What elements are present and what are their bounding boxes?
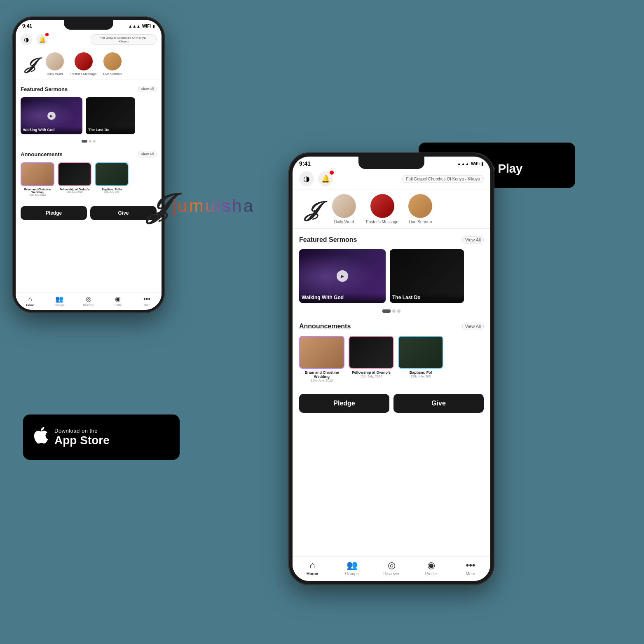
- nav-profile-2[interactable]: ◉ Profile: [411, 560, 451, 576]
- theme-toggle-2[interactable]: ◑: [299, 171, 314, 186]
- qa-daily-avatar-2: [332, 194, 356, 218]
- signal-icon-1: ▲▲▲: [128, 24, 141, 28]
- announcements-title-2: Announcements: [299, 323, 351, 330]
- status-icons-1: ▲▲▲ WiFi ▮: [128, 24, 155, 28]
- qa-live-label-1: Live Sermon: [103, 72, 122, 76]
- sermon-thumb-1-2: The Last Do: [86, 97, 135, 134]
- profile-icon-1: ◉: [103, 295, 132, 303]
- theme-toggle-1[interactable]: ◑: [21, 34, 32, 45]
- sermons-row-1: ▶ Walking With God The Last Do: [16, 95, 162, 138]
- phone-screen-2: 9:41 ▲▲▲ WiFi ▮ ◑ 🔔 Full Gospel Churches…: [293, 157, 490, 581]
- sermon-overlay-1-2: The Last Do: [86, 126, 135, 134]
- brand-name: jumuisha: [172, 196, 255, 216]
- ann-date-2-2: 12th July, 2022: [349, 375, 394, 378]
- wifi-icon-1: WiFi: [142, 24, 151, 28]
- as-store-name: App Store: [54, 434, 110, 447]
- ann-thumb-1-1: [21, 162, 54, 186]
- ann-card-2-3[interactable]: Baptism: Fol 12th July, 202: [398, 336, 443, 382]
- church-name-1: Full Gospel Churches Of Kenya - Kikuyu: [91, 34, 157, 45]
- qa-pastor-1[interactable]: Pastor's Message: [70, 52, 96, 76]
- notification-bell-1[interactable]: 🔔: [36, 34, 48, 45]
- sermon-card-1-2[interactable]: The Last Do: [86, 97, 135, 134]
- nav-discover-2[interactable]: ◎ Discover: [372, 560, 411, 576]
- ann-card-1-2[interactable]: Fellowship at Owino's 12th July, 2022: [58, 162, 91, 196]
- sermon-card-1-1[interactable]: ▶ Walking With God: [21, 97, 82, 134]
- qa-daily-1[interactable]: Daily Word: [46, 52, 64, 76]
- ann-date-2-1: 12th July, 2022: [299, 379, 344, 382]
- nav-discover-label-2: Discover: [372, 571, 411, 576]
- qa-daily-avatar-1: [46, 52, 64, 70]
- quick-actions-2: Daily Word Pastor's Message Live Sermon: [332, 194, 432, 224]
- qa-live-2[interactable]: Live Sermon: [408, 194, 432, 224]
- pagination-1: [16, 138, 162, 145]
- nav-groups-2[interactable]: 👥 Groups: [332, 560, 372, 576]
- play-button-2-1[interactable]: ▶: [337, 270, 348, 282]
- sermon-overlay-1-1: Walking With God: [21, 126, 82, 134]
- nav-profile-label-2: Profile: [411, 571, 451, 576]
- more-icon-1: •••: [132, 295, 162, 303]
- nav-home-label-2: Home: [293, 571, 332, 576]
- ann-title-2-3: Baptism: Fol: [398, 370, 443, 375]
- play-button-1-1[interactable]: ▶: [47, 112, 56, 120]
- nav-home-2[interactable]: ⌂ Home: [293, 560, 332, 576]
- app-logo-1: 𝒥: [21, 52, 39, 76]
- app-store-badge[interactable]: Download on the App Store: [23, 415, 180, 460]
- dot-active-2: [382, 309, 391, 313]
- wifi-icon-2: WiFi: [471, 162, 480, 166]
- nav-home-1[interactable]: ⌂ Home: [16, 295, 45, 307]
- give-button-1[interactable]: Give: [90, 206, 157, 220]
- nav-profile-1[interactable]: ◉ Profile: [103, 295, 132, 307]
- nav-more-1[interactable]: ••• More: [132, 295, 162, 307]
- ann-card-1-3[interactable]: Baptism: Follo 12th July, 202: [95, 162, 129, 196]
- sermon-thumb-2-2: The Last Do: [390, 249, 464, 303]
- qa-pastor-label-1: Pastor's Message: [70, 72, 96, 76]
- nav-more-2[interactable]: ••• More: [451, 560, 490, 576]
- nav-groups-1[interactable]: 👥 Groups: [45, 295, 74, 307]
- ann-title-1-3: Baptism: Follo: [95, 188, 129, 191]
- apple-icon: [31, 426, 49, 448]
- phone-frame-2: 9:41 ▲▲▲ WiFi ▮ ◑ 🔔 Full Gospel Churches…: [288, 152, 494, 585]
- nav-discover-1[interactable]: ◎ Discover: [74, 295, 103, 307]
- sermon-card-2-1[interactable]: ▶ Walking With God: [299, 249, 386, 303]
- discover-icon-2: ◎: [372, 560, 411, 571]
- qa-live-1[interactable]: Live Sermon: [103, 52, 122, 76]
- phone-notch-2: [358, 157, 424, 169]
- ann-title-2-1: Brian and Christine Wedding: [299, 370, 344, 379]
- qa-pastor-avatar-2: [370, 194, 394, 218]
- as-download: Download on the: [54, 428, 110, 434]
- qa-pastor-label-2: Pastor's Message: [366, 220, 398, 224]
- qa-live-label-2: Live Sermon: [408, 220, 432, 224]
- sermons-view-all-2[interactable]: View All: [462, 236, 484, 244]
- sermons-view-all-1[interactable]: View All: [138, 86, 157, 92]
- sermon-card-2-2[interactable]: The Last Do: [390, 249, 464, 303]
- groups-icon-2: 👥: [332, 560, 372, 571]
- quick-actions-1: Daily Word Pastor's Message Live Sermon: [46, 52, 122, 76]
- pledge-button-1[interactable]: Pledge: [21, 206, 87, 220]
- give-button-2[interactable]: Give: [393, 394, 484, 413]
- ann-title-1-1: Brian and Christine Wedding: [21, 188, 54, 194]
- notification-bell-2[interactable]: 🔔: [318, 171, 333, 186]
- ann-title-1-2: Fellowship at Owino's: [58, 188, 91, 191]
- qa-pastor-avatar-1: [75, 52, 93, 70]
- ann-thumb-2-1: [299, 336, 344, 369]
- announcements-view-all-2[interactable]: View All: [462, 323, 484, 330]
- qa-pastor-2[interactable]: Pastor's Message: [366, 194, 398, 224]
- ann-card-1-1[interactable]: Brian and Christine Wedding 12th July, 2…: [21, 162, 54, 196]
- ann-thumb-1-2: [58, 162, 91, 186]
- ann-card-2-1[interactable]: Brian and Christine Wedding 12th July, 2…: [299, 336, 344, 382]
- ann-thumb-2-2: [349, 336, 394, 369]
- sermon-title-2-2: The Last Do: [392, 295, 461, 300]
- pledge-button-2[interactable]: Pledge: [299, 394, 389, 413]
- action-buttons-1: Pledge Give: [16, 203, 162, 223]
- status-time-1: 9:41: [22, 23, 32, 29]
- qa-live-avatar-2: [408, 194, 432, 218]
- signal-icon-2: ▲▲▲: [457, 162, 469, 166]
- qa-live-avatar-1: [103, 52, 122, 70]
- ann-card-2-2[interactable]: Fellowship at Owino's 12th July, 2022: [349, 336, 394, 382]
- qa-daily-2[interactable]: Daily Word: [332, 194, 356, 224]
- logo-actions-2: 𝒥 Daily Word Pastor's Message Live Sermo…: [293, 190, 490, 229]
- phone-notch-1: [64, 20, 113, 30]
- announcements-view-all-1[interactable]: View All: [138, 151, 157, 157]
- phone-screen-1: 9:41 ▲▲▲ WiFi ▮ ◑ 🔔 Full Gospel Churches…: [16, 20, 162, 310]
- status-icons-2: ▲▲▲ WiFi ▮: [457, 162, 484, 166]
